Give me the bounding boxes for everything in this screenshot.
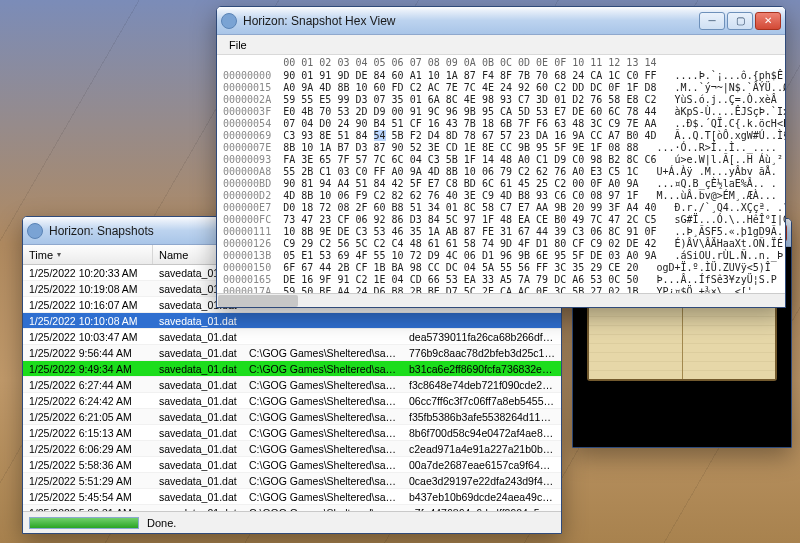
progress-bar	[29, 517, 139, 529]
hex-row[interactable]: 0000003F E0 4B 70 53 2D D9 00 91 9C 96 9…	[223, 106, 779, 118]
table-row[interactable]: 1/25/2022 5:58:36 AMsavedata_01.datC:\GO…	[23, 457, 561, 473]
cell-hash: 06cc7ff6c3f7c06ff7a8eb5455aba03	[403, 395, 561, 407]
maximize-button[interactable]: ▢	[727, 12, 753, 30]
file-menu[interactable]: File	[223, 37, 253, 53]
cell-name: savedata_01.dat	[153, 443, 243, 455]
hex-row[interactable]: 0000017A 59 50 BF A4 24 D6 B8 2B BE D7 5…	[223, 286, 779, 293]
cell-time: 1/25/2022 5:58:36 AM	[23, 459, 153, 471]
cell-time: 1/25/2022 6:06:29 AM	[23, 443, 153, 455]
cell-time: 1/25/2022 10:03:47 AM	[23, 331, 153, 343]
cell-time: 1/25/2022 10:19:08 AM	[23, 283, 153, 295]
table-row[interactable]: 1/25/2022 6:27:44 AMsavedata_01.datC:\GO…	[23, 377, 561, 393]
cell-hash: dea5739011fa26ca68b266dfa9dabc...	[403, 331, 561, 343]
table-row[interactable]: 1/25/2022 5:45:54 AMsavedata_01.datC:\GO…	[23, 489, 561, 505]
hex-body[interactable]: 00 01 02 03 04 05 06 07 08 09 0A 0B 0C 0…	[217, 55, 785, 293]
cell-file: C:\GOG Games\Sheltered\saves\sa...	[243, 395, 403, 407]
cell-time: 1/25/2022 6:15:13 AM	[23, 427, 153, 439]
status-label: Done.	[147, 517, 176, 529]
cell-file: C:\GOG Games\Sheltered\saves\sa...	[243, 443, 403, 455]
cell-name: savedata_01.dat	[153, 379, 243, 391]
hex-row[interactable]: 000000E7 D0 18 72 08 2F 60 B8 51 34 01 8…	[223, 202, 779, 214]
hex-row[interactable]: 00000150 6F 67 44 2B CF 1B BA 98 CC DC 0…	[223, 262, 779, 274]
hex-row[interactable]: 00000069 C3 93 8E 51 84 54 5B F2 D4 8D 7…	[223, 130, 779, 142]
app-icon	[27, 223, 43, 239]
cell-time: 1/25/2022 10:10:08 AM	[23, 315, 153, 327]
hex-view-window: Horizon: Snapshot Hex View ─ ▢ ✕ File 00…	[216, 6, 786, 308]
hex-row[interactable]: 00000126 C9 29 C2 56 5C C2 C4 48 61 61 5…	[223, 238, 779, 250]
sort-caret-icon: ▾	[57, 250, 61, 259]
minimize-button[interactable]: ─	[699, 12, 725, 30]
hex-row[interactable]: 0000007E 8B 10 1A B7 D3 87 90 52 3E CD 1…	[223, 142, 779, 154]
cell-time: 1/25/2022 5:51:29 AM	[23, 475, 153, 487]
cell-hash: 8b6f700d58c94e0472af4ae857c092	[403, 427, 561, 439]
hex-row[interactable]: 00000165 DE 16 9F 91 C2 1E 04 CD 66 53 E…	[223, 274, 779, 286]
cell-hash: f3c8648e74deb721f090cde2c0d1e4...	[403, 379, 561, 391]
cell-file: C:\GOG Games\Sheltered\saves\sa...	[243, 379, 403, 391]
cell-name: savedata_01.dat	[153, 331, 243, 343]
cell-file: C:\GOG Games\Sheltered\saves\sa...	[243, 411, 403, 423]
cell-hash: 0cae3d29197e22dfa243d9f4e3b6f207	[403, 475, 561, 487]
cell-hash: b437eb10b69dcde24aea49c63fef0c...	[403, 491, 561, 503]
hex-title: Horizon: Snapshot Hex View	[243, 14, 699, 28]
table-row[interactable]: 1/25/2022 5:51:29 AMsavedata_01.datC:\GO…	[23, 473, 561, 489]
hex-scroll-thumb[interactable]	[218, 295, 298, 307]
cell-hash: c2ead971a4e91a227a21b0b185ba...	[403, 443, 561, 455]
table-row[interactable]: 1/25/2022 9:56:44 AMsavedata_01.datC:\GO…	[23, 345, 561, 361]
cell-hash: b31ca6e2ff8690fcfa736832e2a2884	[403, 363, 561, 375]
cell-name: savedata_01.dat	[153, 411, 243, 423]
table-row[interactable]: 1/25/2022 10:03:47 AMsavedata_01.datdea5…	[23, 329, 561, 345]
hex-row[interactable]: 0000002A 59 55 E5 99 D3 07 35 01 6A 8C 4…	[223, 94, 779, 106]
hex-row[interactable]: 000000FC 73 47 23 CF 06 92 86 D3 84 5C 9…	[223, 214, 779, 226]
hex-row[interactable]: 000000D2 4D 8B 10 06 F9 C2 82 62 76 40 3…	[223, 190, 779, 202]
cell-file: C:\GOG Games\Sheltered\saves\sa...	[243, 475, 403, 487]
cell-time: 1/25/2022 6:21:05 AM	[23, 411, 153, 423]
cell-hash: f35fb5386b3afe5538264d1192bb3c6	[403, 411, 561, 423]
table-row[interactable]: 1/25/2022 6:06:29 AMsavedata_01.datC:\GO…	[23, 441, 561, 457]
snapshots-status-bar: Done.	[23, 511, 561, 533]
hex-column-header: 00 01 02 03 04 05 06 07 08 09 0A 0B 0C 0…	[217, 55, 785, 70]
cell-time: 1/25/2022 5:45:54 AM	[23, 491, 153, 503]
cell-time: 1/25/2022 6:24:42 AM	[23, 395, 153, 407]
cell-file: C:\GOG Games\Sheltered\saves\sa...	[243, 363, 403, 375]
cell-file: C:\GOG Games\Sheltered\saves\sa...	[243, 347, 403, 359]
hex-titlebar[interactable]: Horizon: Snapshot Hex View ─ ▢ ✕	[217, 7, 785, 35]
hex-row[interactable]: 00000054 07 04 D0 24 90 B4 51 CF 16 43 7…	[223, 118, 779, 130]
cell-time: 1/25/2022 9:49:34 AM	[23, 363, 153, 375]
hex-content[interactable]: 00000000 90 01 91 9D DE 84 60 A1 10 1A 8…	[217, 70, 785, 293]
hex-horizontal-scrollbar[interactable]	[217, 293, 785, 307]
cell-file: C:\GOG Games\Sheltered\saves\sa...	[243, 459, 403, 471]
cell-name: savedata_01.dat	[153, 491, 243, 503]
close-button[interactable]: ✕	[755, 12, 781, 30]
table-row[interactable]: 1/25/2022 9:49:34 AMsavedata_01.datC:\GO…	[23, 361, 561, 377]
cell-name: savedata_01.dat	[153, 475, 243, 487]
cell-name: savedata_01.dat	[153, 363, 243, 375]
hex-row[interactable]: 00000093 FA 3E 65 7F 57 7C 6C 04 C3 5B 1…	[223, 154, 779, 166]
cell-name: savedata_01.dat	[153, 315, 243, 327]
cell-name: savedata_01.dat	[153, 395, 243, 407]
hex-row[interactable]: 00000000 90 01 91 9D DE 84 60 A1 10 1A 8…	[223, 70, 779, 82]
hex-menubar: File	[217, 35, 785, 55]
cell-hash: 00a7de2687eae6157ca9f64055cfd24...	[403, 459, 561, 471]
cell-file: C:\GOG Games\Sheltered\saves\sa...	[243, 427, 403, 439]
hex-row[interactable]: 00000015 A0 9A 4D 8B 10 60 FD C2 AC 7E 7…	[223, 82, 779, 94]
column-header-time[interactable]: Time ▾	[23, 245, 153, 264]
hex-row[interactable]: 00000111 10 8B 9E DE C3 53 46 35 1A AB 8…	[223, 226, 779, 238]
cell-time: 1/25/2022 10:20:33 AM	[23, 267, 153, 279]
cell-time: 1/25/2022 10:16:07 AM	[23, 299, 153, 311]
hex-row[interactable]: 000000BD 90 81 94 A4 51 84 42 5F E7 C8 B…	[223, 178, 779, 190]
hex-row[interactable]: 000000A8 55 2B C1 03 C0 FF A0 9A 4D 8B 1…	[223, 166, 779, 178]
cell-name: savedata_01.dat	[153, 427, 243, 439]
hex-row[interactable]: 0000013B 05 E1 53 69 4F 55 10 72 D9 4C 0…	[223, 250, 779, 262]
cell-file: C:\GOG Games\Sheltered\saves\sa...	[243, 491, 403, 503]
app-icon	[221, 13, 237, 29]
table-row[interactable]: 1/25/2022 6:24:42 AMsavedata_01.datC:\GO…	[23, 393, 561, 409]
cell-name: savedata_01.dat	[153, 347, 243, 359]
cell-time: 1/25/2022 9:56:44 AM	[23, 347, 153, 359]
cell-hash: 776b9c8aac78d2bfeb3d25c14c2c6f...	[403, 347, 561, 359]
table-row[interactable]: 1/25/2022 6:15:13 AMsavedata_01.datC:\GO…	[23, 425, 561, 441]
table-row[interactable]: 1/25/2022 10:10:08 AMsavedata_01.dat	[23, 313, 561, 329]
table-row[interactable]: 1/25/2022 6:21:05 AMsavedata_01.datC:\GO…	[23, 409, 561, 425]
cell-time: 1/25/2022 6:27:44 AM	[23, 379, 153, 391]
cell-name: savedata_01.dat	[153, 459, 243, 471]
